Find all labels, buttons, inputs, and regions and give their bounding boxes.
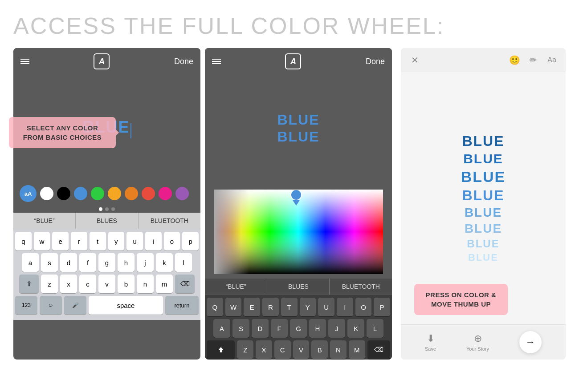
key-q[interactable]: q: [15, 232, 32, 251]
next-arrow-button[interactable]: →: [519, 331, 542, 353]
key-return-1[interactable]: return: [165, 296, 199, 315]
autocomplete-item-3[interactable]: BLUETOOTH: [139, 213, 200, 229]
dots-indicator-1: [13, 206, 200, 213]
key-E[interactable]: E: [244, 298, 260, 316]
key-F[interactable]: F: [271, 319, 288, 338]
key-A[interactable]: A: [213, 319, 230, 338]
color-dot-pink[interactable]: [159, 187, 172, 200]
font-a-icon[interactable]: A: [94, 53, 110, 69]
key-u[interactable]: u: [126, 232, 143, 251]
shade-3: BLUE: [461, 168, 506, 186]
color-dot-blue[interactable]: [74, 187, 87, 200]
key-t[interactable]: t: [90, 232, 106, 251]
key-Y[interactable]: Y: [300, 298, 316, 316]
key-v[interactable]: v: [98, 275, 115, 293]
autocomplete-item-1[interactable]: “BLUE”: [13, 213, 76, 229]
key-o[interactable]: o: [164, 232, 180, 251]
shade-8: BLUE: [468, 252, 498, 263]
svg-point-0: [291, 190, 302, 200]
key-emoji-1[interactable]: ☺: [40, 296, 62, 315]
key-r[interactable]: r: [71, 232, 87, 251]
key-mic-1[interactable]: 🎤: [64, 296, 86, 315]
key-y[interactable]: y: [108, 232, 125, 251]
autocomplete-item-2-2[interactable]: BLUES: [267, 279, 330, 295]
your-story-action[interactable]: ⊕ Your Story: [466, 333, 489, 352]
key-d[interactable]: d: [60, 253, 77, 272]
key-n[interactable]: n: [137, 275, 154, 293]
key-Z[interactable]: Z: [237, 340, 253, 359]
key-p[interactable]: p: [182, 232, 199, 251]
key-U[interactable]: U: [318, 298, 334, 316]
key-T[interactable]: T: [281, 298, 298, 316]
key-L[interactable]: L: [367, 319, 383, 338]
key-a[interactable]: a: [22, 253, 39, 272]
key-space-1[interactable]: space: [89, 296, 163, 315]
key-V[interactable]: V: [293, 340, 310, 359]
key-H[interactable]: H: [309, 319, 326, 338]
autocomplete-item-2[interactable]: BLUES: [76, 213, 138, 229]
autocomplete-bar-1: “BLUE” BLUES BLUETOOTH: [13, 213, 200, 229]
key-W[interactable]: W: [225, 298, 242, 316]
aa-button-1[interactable]: aA: [20, 185, 37, 202]
done-button-1[interactable]: Done: [174, 57, 193, 66]
text-aa-icon[interactable]: Aa: [545, 53, 559, 67]
sticker-icon[interactable]: 🙂: [508, 53, 521, 67]
key-K[interactable]: K: [347, 319, 364, 338]
color-dot-purple[interactable]: [175, 187, 189, 200]
key-B[interactable]: B: [311, 340, 328, 359]
key-l[interactable]: l: [175, 253, 192, 272]
key-s[interactable]: s: [41, 253, 58, 272]
key-R[interactable]: R: [262, 298, 279, 316]
autocomplete-item-2-1[interactable]: “BLUE”: [205, 279, 267, 295]
key-f[interactable]: f: [79, 253, 96, 272]
key-J[interactable]: J: [328, 319, 345, 338]
hamburger-icon-2[interactable]: [212, 59, 221, 64]
key-i[interactable]: i: [145, 232, 162, 251]
key-g[interactable]: g: [98, 253, 115, 272]
close-icon[interactable]: ✕: [408, 53, 421, 67]
key-b[interactable]: b: [118, 275, 135, 293]
pen-icon[interactable]: ✏: [526, 53, 540, 67]
key-k[interactable]: k: [156, 253, 173, 272]
key-w[interactable]: w: [34, 232, 50, 251]
key-e[interactable]: e: [52, 232, 69, 251]
color-thumb[interactable]: [290, 190, 303, 208]
hamburger-icon[interactable]: [20, 59, 29, 64]
key-M[interactable]: M: [349, 340, 365, 359]
svg-marker-6: [218, 347, 224, 352]
key-I[interactable]: I: [337, 298, 353, 316]
key-h[interactable]: h: [118, 253, 135, 272]
key-shift-2[interactable]: [207, 340, 235, 359]
key-X[interactable]: X: [256, 340, 272, 359]
key-shift-1[interactable]: ⇧: [19, 275, 39, 293]
key-G[interactable]: G: [290, 319, 307, 338]
key-z[interactable]: z: [41, 275, 58, 293]
screen1-wrapper: SELECT ANY COLOR FROM BASIC CHOICES A Do…: [13, 48, 205, 360]
autocomplete-item-2-3[interactable]: BLUETOOTH: [330, 279, 392, 295]
key-N[interactable]: N: [330, 340, 347, 359]
key-D[interactable]: D: [252, 319, 269, 338]
color-dot-white[interactable]: [40, 187, 53, 200]
color-dot-orange[interactable]: [125, 187, 138, 200]
color-dot-black[interactable]: [57, 187, 70, 200]
key-delete-2[interactable]: ⌫: [367, 340, 390, 359]
save-action[interactable]: ⬇ Save: [425, 333, 436, 352]
key-123-1[interactable]: 123: [15, 296, 37, 315]
key-m[interactable]: m: [156, 275, 173, 293]
key-j[interactable]: j: [137, 253, 154, 272]
key-P[interactable]: P: [374, 298, 390, 316]
key-delete-1[interactable]: ⌫: [175, 275, 195, 293]
done-button-2[interactable]: Done: [366, 57, 385, 66]
color-dot-green[interactable]: [91, 187, 104, 200]
key-C[interactable]: C: [274, 340, 291, 359]
key-S[interactable]: S: [232, 319, 249, 338]
key-x[interactable]: x: [60, 275, 77, 293]
screen2-blue-text: BLUE BLUE: [277, 111, 319, 145]
key-c[interactable]: c: [79, 275, 96, 293]
key-O[interactable]: O: [355, 298, 372, 316]
shade-1: BLUE: [462, 133, 504, 150]
key-Q[interactable]: Q: [207, 298, 223, 316]
color-dot-red[interactable]: [142, 187, 155, 200]
color-dot-yellow[interactable]: [108, 187, 121, 200]
font-a-icon-2[interactable]: A: [285, 53, 301, 69]
